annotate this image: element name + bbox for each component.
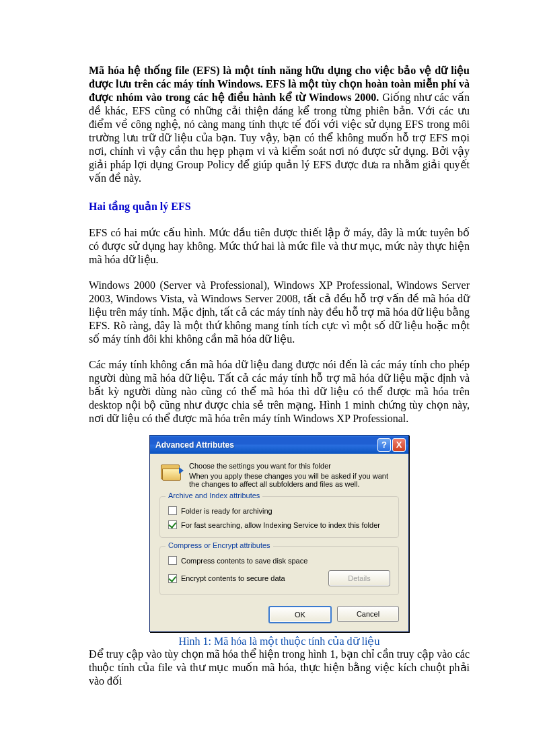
header-line-2: When you apply these changes you will be… [189, 472, 399, 488]
dialog-title: Advanced Attributes [155, 440, 376, 450]
dialog-body: Choose the settings you want for this fo… [150, 454, 408, 631]
encrypt-label: Encrypt contents to secure data [181, 574, 328, 582]
dialog-button-row: OK Cancel [159, 603, 399, 623]
dialog-titlebar[interactable]: Advanced Attributes ? X [150, 436, 408, 454]
indexing-checkbox[interactable] [168, 520, 177, 529]
indexing-label: For fast searching, allow Indexing Servi… [181, 521, 380, 529]
figure-caption: Hình 1: Mã hóa là một thuộc tính của dữ … [89, 635, 470, 648]
details-button[interactable]: Details [328, 570, 390, 586]
intro-paragraph: Mã hóa hệ thống file (EFS) là một tính n… [89, 64, 470, 185]
paragraph-2: Windows 2000 (Server và Professional), W… [89, 279, 470, 346]
ok-button-label: OK [295, 611, 305, 619]
dialog-figure: Advanced Attributes ? X Choose the s [89, 435, 470, 632]
details-button-label: Details [348, 574, 371, 582]
compress-check-row[interactable]: Compress contents to save disk space [168, 556, 390, 565]
document-page: Mã hóa hệ thống file (EFS) là một tính n… [0, 0, 549, 728]
paragraph-1: EFS có hai mức cấu hình. Mức đầu tiên đư… [89, 226, 470, 267]
archive-check-row[interactable]: Folder is ready for archiving [168, 506, 390, 515]
cancel-button-label: Cancel [357, 610, 379, 618]
help-button[interactable]: ? [377, 438, 391, 452]
dialog-header-text: Choose the settings you want for this fo… [189, 462, 399, 488]
cancel-button[interactable]: Cancel [337, 606, 399, 622]
header-line-1: Choose the settings you want for this fo… [189, 462, 399, 470]
encrypt-check-row[interactable]: Encrypt contents to secure data Details [168, 570, 390, 586]
section-heading-efs-layers: Hai tầng quản lý EFS [89, 200, 470, 213]
indexing-check-row[interactable]: For fast searching, allow Indexing Servi… [168, 520, 390, 529]
ok-button[interactable]: OK [268, 606, 332, 623]
compress-label: Compress contents to save disk space [181, 557, 307, 565]
encrypt-checkbox[interactable] [168, 574, 177, 583]
paragraph-3: Các máy tính không cần mã hóa dữ liệu đa… [89, 358, 470, 425]
intro-rest-text: Giống như các vấn đề khác, EFS cũng có n… [89, 92, 470, 184]
paragraph-4: Để truy cập vào tùy chọn mã hóa thể hiện… [89, 648, 470, 688]
archive-index-fieldset: Archive and Index attributes Folder is r… [159, 496, 399, 538]
close-icon: X [396, 440, 402, 450]
folder-icon [159, 462, 182, 482]
compress-encrypt-fieldset: Compress or Encrypt attributes Compress … [159, 546, 399, 595]
archive-index-legend: Archive and Index attributes [166, 491, 262, 500]
advanced-attributes-dialog: Advanced Attributes ? X Choose the s [149, 435, 409, 632]
dialog-header-row: Choose the settings you want for this fo… [159, 462, 399, 488]
help-icon: ? [381, 440, 387, 450]
archive-checkbox[interactable] [168, 506, 177, 515]
compress-checkbox[interactable] [168, 556, 177, 565]
close-button[interactable]: X [392, 438, 406, 452]
compress-encrypt-legend: Compress or Encrypt attributes [166, 541, 273, 549]
archive-label: Folder is ready for archiving [181, 507, 272, 515]
